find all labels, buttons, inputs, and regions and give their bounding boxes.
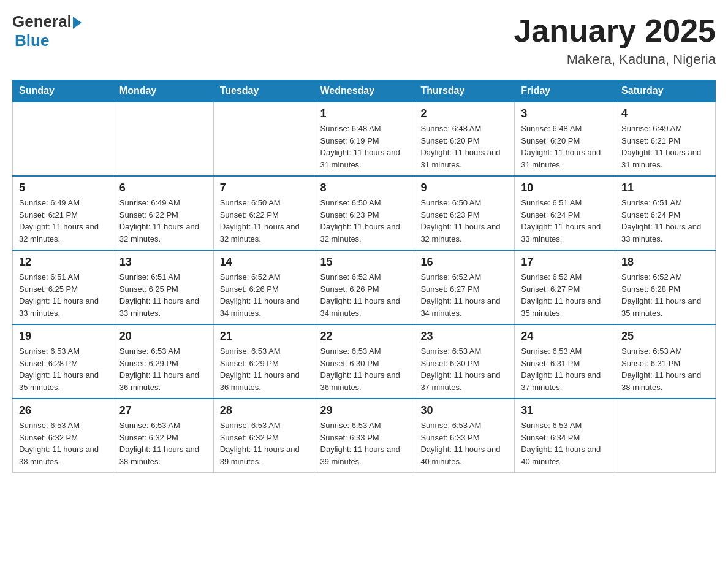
calendar-cell: 5Sunrise: 6:49 AM Sunset: 6:21 PM Daylig… — [13, 176, 113, 250]
day-info: Sunrise: 6:53 AM Sunset: 6:33 PM Dayligh… — [320, 419, 408, 467]
day-number: 30 — [420, 404, 508, 417]
day-info: Sunrise: 6:53 AM Sunset: 6:34 PM Dayligh… — [521, 419, 609, 467]
day-number: 4 — [621, 107, 709, 120]
calendar-cell: 23Sunrise: 6:53 AM Sunset: 6:30 PM Dayli… — [414, 324, 515, 399]
calendar-cell: 16Sunrise: 6:52 AM Sunset: 6:27 PM Dayli… — [414, 250, 515, 324]
logo-arrow-icon — [73, 17, 82, 29]
logo-blue-text: Blue — [15, 31, 49, 50]
calendar-cell — [213, 102, 314, 176]
day-number: 22 — [320, 330, 408, 343]
calendar-subtitle: Makera, Kaduna, Nigeria — [514, 52, 716, 67]
day-info: Sunrise: 6:52 AM Sunset: 6:26 PM Dayligh… — [320, 271, 408, 319]
calendar-cell: 27Sunrise: 6:53 AM Sunset: 6:32 PM Dayli… — [113, 399, 213, 473]
day-info: Sunrise: 6:53 AM Sunset: 6:33 PM Dayligh… — [420, 419, 508, 467]
day-info: Sunrise: 6:50 AM Sunset: 6:23 PM Dayligh… — [420, 197, 508, 245]
day-number: 6 — [119, 182, 207, 194]
day-number: 11 — [621, 182, 709, 194]
day-number: 15 — [320, 256, 408, 269]
calendar-cell: 25Sunrise: 6:53 AM Sunset: 6:31 PM Dayli… — [615, 324, 716, 399]
day-info: Sunrise: 6:53 AM Sunset: 6:29 PM Dayligh… — [220, 345, 308, 393]
calendar-cell: 10Sunrise: 6:51 AM Sunset: 6:24 PM Dayli… — [515, 176, 615, 250]
calendar-table: SundayMondayTuesdayWednesdayThursdayFrid… — [12, 80, 716, 473]
day-number: 9 — [420, 182, 508, 194]
day-number: 31 — [521, 404, 609, 417]
day-info: Sunrise: 6:52 AM Sunset: 6:27 PM Dayligh… — [420, 271, 508, 319]
calendar-cell: 9Sunrise: 6:50 AM Sunset: 6:23 PM Daylig… — [414, 176, 515, 250]
column-header-wednesday: Wednesday — [314, 80, 414, 102]
calendar-week-5: 26Sunrise: 6:53 AM Sunset: 6:32 PM Dayli… — [13, 399, 716, 473]
day-number: 1 — [320, 107, 408, 120]
calendar-cell: 18Sunrise: 6:52 AM Sunset: 6:28 PM Dayli… — [615, 250, 716, 324]
day-number: 10 — [521, 182, 609, 194]
calendar-week-4: 19Sunrise: 6:53 AM Sunset: 6:28 PM Dayli… — [13, 324, 716, 399]
day-info: Sunrise: 6:52 AM Sunset: 6:26 PM Dayligh… — [220, 271, 308, 319]
day-number: 14 — [220, 256, 308, 269]
day-info: Sunrise: 6:51 AM Sunset: 6:25 PM Dayligh… — [119, 271, 207, 319]
calendar-cell: 13Sunrise: 6:51 AM Sunset: 6:25 PM Dayli… — [113, 250, 213, 324]
day-info: Sunrise: 6:53 AM Sunset: 6:32 PM Dayligh… — [220, 419, 308, 467]
logo: General Blue — [12, 12, 82, 50]
day-info: Sunrise: 6:53 AM Sunset: 6:32 PM Dayligh… — [119, 419, 207, 467]
day-number: 5 — [19, 182, 107, 194]
day-number: 3 — [521, 107, 609, 120]
day-number: 29 — [320, 404, 408, 417]
day-info: Sunrise: 6:49 AM Sunset: 6:21 PM Dayligh… — [19, 197, 107, 245]
day-number: 2 — [420, 107, 508, 120]
day-info: Sunrise: 6:53 AM Sunset: 6:29 PM Dayligh… — [119, 345, 207, 393]
calendar-cell — [615, 399, 716, 473]
calendar-cell — [113, 102, 213, 176]
day-info: Sunrise: 6:53 AM Sunset: 6:28 PM Dayligh… — [19, 345, 107, 393]
day-info: Sunrise: 6:53 AM Sunset: 6:32 PM Dayligh… — [19, 419, 107, 467]
day-info: Sunrise: 6:53 AM Sunset: 6:30 PM Dayligh… — [420, 345, 508, 393]
page-header: General Blue January 2025 Makera, Kaduna… — [12, 12, 716, 67]
calendar-cell: 22Sunrise: 6:53 AM Sunset: 6:30 PM Dayli… — [314, 324, 414, 399]
calendar-cell: 6Sunrise: 6:49 AM Sunset: 6:22 PM Daylig… — [113, 176, 213, 250]
calendar-cell: 7Sunrise: 6:50 AM Sunset: 6:22 PM Daylig… — [213, 176, 314, 250]
day-number: 23 — [420, 330, 508, 343]
column-header-friday: Friday — [515, 80, 615, 102]
day-info: Sunrise: 6:49 AM Sunset: 6:22 PM Dayligh… — [119, 197, 207, 245]
calendar-cell: 3Sunrise: 6:48 AM Sunset: 6:20 PM Daylig… — [515, 102, 615, 176]
day-number: 18 — [621, 256, 709, 269]
calendar-header-row: SundayMondayTuesdayWednesdayThursdayFrid… — [13, 80, 716, 102]
day-number: 21 — [220, 330, 308, 343]
day-info: Sunrise: 6:51 AM Sunset: 6:25 PM Dayligh… — [19, 271, 107, 319]
day-number: 17 — [521, 256, 609, 269]
day-number: 26 — [19, 404, 107, 417]
calendar-cell: 11Sunrise: 6:51 AM Sunset: 6:24 PM Dayli… — [615, 176, 716, 250]
calendar-cell: 15Sunrise: 6:52 AM Sunset: 6:26 PM Dayli… — [314, 250, 414, 324]
day-info: Sunrise: 6:52 AM Sunset: 6:27 PM Dayligh… — [521, 271, 609, 319]
column-header-sunday: Sunday — [13, 80, 113, 102]
day-number: 13 — [119, 256, 207, 269]
day-info: Sunrise: 6:53 AM Sunset: 6:31 PM Dayligh… — [621, 345, 709, 393]
calendar-cell: 1Sunrise: 6:48 AM Sunset: 6:19 PM Daylig… — [314, 102, 414, 176]
calendar-cell: 14Sunrise: 6:52 AM Sunset: 6:26 PM Dayli… — [213, 250, 314, 324]
calendar-week-3: 12Sunrise: 6:51 AM Sunset: 6:25 PM Dayli… — [13, 250, 716, 324]
calendar-cell: 8Sunrise: 6:50 AM Sunset: 6:23 PM Daylig… — [314, 176, 414, 250]
calendar-cell: 19Sunrise: 6:53 AM Sunset: 6:28 PM Dayli… — [13, 324, 113, 399]
calendar-cell: 21Sunrise: 6:53 AM Sunset: 6:29 PM Dayli… — [213, 324, 314, 399]
day-number: 27 — [119, 404, 207, 417]
calendar-week-1: 1Sunrise: 6:48 AM Sunset: 6:19 PM Daylig… — [13, 102, 716, 176]
day-info: Sunrise: 6:49 AM Sunset: 6:21 PM Dayligh… — [621, 123, 709, 170]
calendar-cell: 17Sunrise: 6:52 AM Sunset: 6:27 PM Dayli… — [515, 250, 615, 324]
day-number: 12 — [19, 256, 107, 269]
calendar-cell: 26Sunrise: 6:53 AM Sunset: 6:32 PM Dayli… — [13, 399, 113, 473]
day-info: Sunrise: 6:53 AM Sunset: 6:31 PM Dayligh… — [521, 345, 609, 393]
day-number: 19 — [19, 330, 107, 343]
calendar-cell: 4Sunrise: 6:49 AM Sunset: 6:21 PM Daylig… — [615, 102, 716, 176]
calendar-week-2: 5Sunrise: 6:49 AM Sunset: 6:21 PM Daylig… — [13, 176, 716, 250]
calendar-cell: 28Sunrise: 6:53 AM Sunset: 6:32 PM Dayli… — [213, 399, 314, 473]
day-info: Sunrise: 6:48 AM Sunset: 6:19 PM Dayligh… — [320, 123, 408, 170]
calendar-cell: 30Sunrise: 6:53 AM Sunset: 6:33 PM Dayli… — [414, 399, 515, 473]
day-info: Sunrise: 6:53 AM Sunset: 6:30 PM Dayligh… — [320, 345, 408, 393]
day-info: Sunrise: 6:51 AM Sunset: 6:24 PM Dayligh… — [521, 197, 609, 245]
day-number: 25 — [621, 330, 709, 343]
day-info: Sunrise: 6:51 AM Sunset: 6:24 PM Dayligh… — [621, 197, 709, 245]
day-info: Sunrise: 6:50 AM Sunset: 6:23 PM Dayligh… — [320, 197, 408, 245]
calendar-cell: 24Sunrise: 6:53 AM Sunset: 6:31 PM Dayli… — [515, 324, 615, 399]
day-info: Sunrise: 6:48 AM Sunset: 6:20 PM Dayligh… — [521, 123, 609, 170]
calendar-cell: 31Sunrise: 6:53 AM Sunset: 6:34 PM Dayli… — [515, 399, 615, 473]
calendar-cell: 20Sunrise: 6:53 AM Sunset: 6:29 PM Dayli… — [113, 324, 213, 399]
day-info: Sunrise: 6:48 AM Sunset: 6:20 PM Dayligh… — [420, 123, 508, 170]
